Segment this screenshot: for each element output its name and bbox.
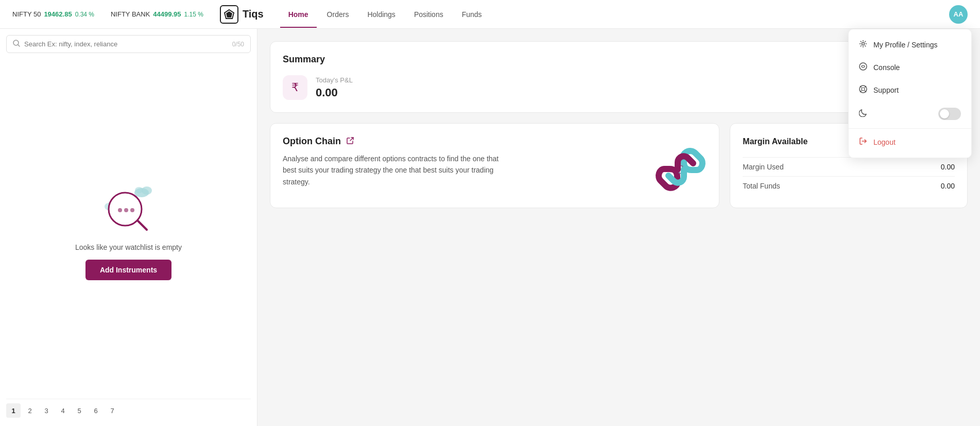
dropdown-logout[interactable]: Logout [849, 131, 971, 154]
sidebar: 0/50 Looks like your watc [0, 29, 257, 426]
nifty-bank-value: 44499.95 [153, 10, 181, 18]
logout-icon [859, 137, 867, 147]
svg-line-9 [136, 219, 147, 230]
nav-right: AA [949, 5, 968, 24]
dropdown-menu: My Profile / Settings Console Support [848, 29, 972, 158]
chain-illustration [655, 144, 707, 197]
search-input[interactable] [24, 40, 228, 48]
total-funds-value: 0.00 [941, 182, 955, 190]
margin-used-label: Margin Used [743, 163, 783, 171]
svg-line-3 [18, 45, 20, 46]
nifty50-value: 19462.85 [44, 10, 72, 18]
page-1[interactable]: 1 [6, 403, 21, 418]
svg-point-16 [859, 63, 867, 70]
logo-icon [220, 5, 238, 24]
svg-point-18 [862, 88, 865, 91]
nifty50-ticker: NIFTY 50 19462.85 0.34 % [12, 10, 94, 18]
svg-point-12 [124, 208, 128, 212]
svg-point-11 [118, 208, 122, 212]
dropdown-support[interactable]: Support [849, 79, 971, 101]
dropdown-profile-label: My Profile / Settings [873, 41, 938, 49]
nifty-bank-ticker: NIFTY BANK 44499.95 1.15 % [111, 10, 203, 18]
page-3[interactable]: 3 [39, 403, 54, 418]
nav-links: Home Orders Holdings Positions Funds [280, 6, 949, 23]
nav-positions[interactable]: Positions [406, 6, 452, 23]
page-6[interactable]: 6 [89, 403, 103, 418]
oc-description: Analyse and compare different options co… [283, 153, 499, 188]
nifty-bank-label: NIFTY BANK [111, 10, 150, 18]
dropdown-logout-label: Logout [873, 138, 896, 146]
external-link-icon[interactable] [346, 137, 354, 146]
dropdown-console-label: Console [873, 63, 900, 72]
avatar-button[interactable]: AA [949, 5, 968, 24]
gear-icon [859, 40, 867, 50]
margin-used-row: Margin Used 0.00 [743, 157, 955, 176]
search-bar: 0/50 [6, 35, 251, 53]
console-icon [859, 62, 867, 73]
margin-used-value: 0.00 [941, 163, 955, 171]
support-icon [859, 85, 867, 95]
option-chain-card: Option Chain Analyse and compare differe… [270, 123, 719, 208]
margin-title: Margin Available [743, 137, 807, 146]
pnl-label: Today's P&L [316, 76, 906, 84]
empty-illustration [95, 178, 162, 235]
total-funds-row: Total Funds 0.00 [743, 176, 955, 195]
watchlist-empty: Looks like your watchlist is empty Add I… [6, 59, 251, 399]
ticker-section: NIFTY 50 19462.85 0.34 % NIFTY BANK 4449… [12, 10, 203, 18]
moon-icon [859, 109, 867, 119]
oc-title-text: Option Chain [283, 136, 341, 147]
dropdown-divider [849, 128, 971, 129]
nifty-bank-change: 1.15 % [184, 11, 203, 18]
page-7[interactable]: 7 [105, 403, 119, 418]
svg-point-15 [862, 43, 865, 45]
theme-toggle-switch[interactable] [938, 108, 961, 120]
page-5[interactable]: 5 [72, 403, 87, 418]
add-instruments-button[interactable]: Add Instruments [85, 260, 171, 280]
pnl-section: Today's P&L 0.00 [316, 76, 906, 99]
logo-text: Tiqs [243, 8, 264, 20]
topnav: NIFTY 50 19462.85 0.34 % NIFTY BANK 4449… [0, 0, 980, 29]
nifty50-change: 0.34 % [75, 11, 94, 18]
dropdown-theme-toggle[interactable] [849, 101, 971, 126]
rupee-icon: ₹ [291, 81, 299, 94]
toggle-knob [940, 109, 949, 118]
oc-title: Option Chain [283, 136, 707, 147]
rupee-icon-wrap: ₹ [283, 75, 307, 100]
nav-funds[interactable]: Funds [454, 6, 490, 23]
svg-point-5 [142, 186, 152, 195]
watchlist-empty-text: Looks like your watchlist is empty [75, 243, 182, 251]
page-4[interactable]: 4 [56, 403, 70, 418]
svg-marker-1 [226, 11, 232, 18]
svg-point-13 [130, 208, 134, 212]
dropdown-support-label: Support [873, 86, 899, 94]
nav-home[interactable]: Home [280, 6, 317, 23]
pnl-value: 0.00 [316, 86, 906, 99]
svg-point-6 [135, 187, 143, 193]
logo[interactable]: Tiqs [220, 5, 264, 24]
search-icon [13, 40, 20, 48]
nav-holdings[interactable]: Holdings [359, 6, 403, 23]
search-count: 0/50 [232, 41, 244, 48]
page-2[interactable]: 2 [23, 403, 37, 418]
nav-orders[interactable]: Orders [319, 6, 357, 23]
dropdown-profile[interactable]: My Profile / Settings [849, 33, 971, 56]
dropdown-console[interactable]: Console [849, 56, 971, 79]
svg-line-14 [350, 138, 353, 141]
total-funds-label: Total Funds [743, 182, 780, 190]
nifty50-label: NIFTY 50 [12, 10, 41, 18]
page-numbers: 1 2 3 4 5 6 7 [6, 399, 251, 420]
main-layout: 0/50 Looks like your watc [0, 29, 980, 426]
